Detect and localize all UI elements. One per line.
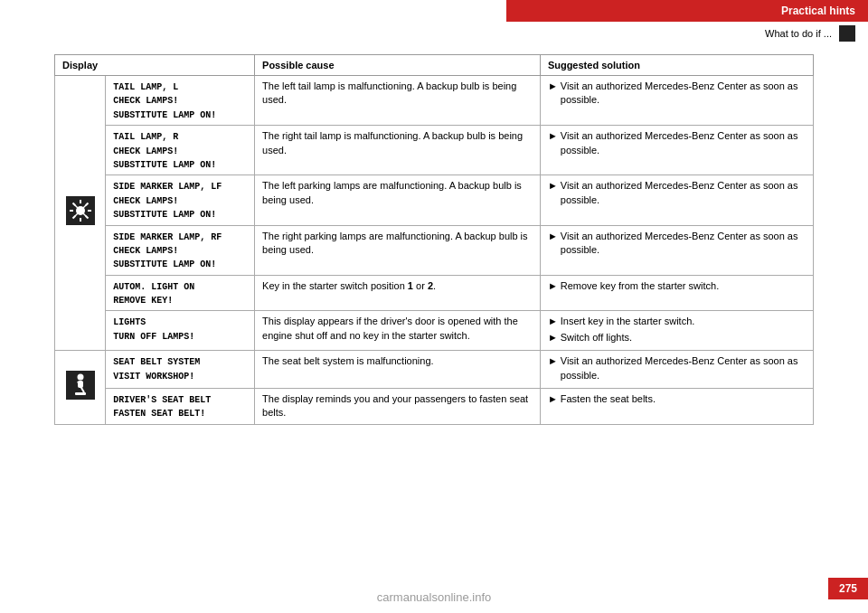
cause-cell: This display appears if the driver's doo… bbox=[255, 311, 541, 351]
solution-cell: ► Visit an authorized Mercedes-Benz Cent… bbox=[540, 76, 813, 126]
arrow-icon: ► bbox=[548, 331, 558, 344]
table-row: AUTOM. LIGHT ONREMOVE KEY! Key in the st… bbox=[55, 275, 814, 311]
solution-line: ► Visit an authorized Mercedes-Benz Cent… bbox=[548, 230, 806, 258]
display-code-cell: LIGHTSTURN OFF LAMPS! bbox=[106, 311, 255, 351]
cause-text: The display reminds you and your passeng… bbox=[262, 393, 528, 418]
cause-cell: Key in the starter switch position 1 or … bbox=[255, 275, 541, 311]
display-code-cell: SIDE MARKER LAMP, RFCHECK LAMPS!SUBSTITU… bbox=[106, 225, 255, 275]
solution-line: ► Visit an authorized Mercedes-Benz Cent… bbox=[548, 80, 806, 108]
what-to-do-label: What to do if ... bbox=[765, 28, 832, 39]
table-row: SEAT BELT SYSTEMVISIT WORKSHOP! The seat… bbox=[55, 351, 814, 389]
display-code-cell: DRIVER'S SEAT BELTFASTEN SEAT BELT! bbox=[106, 389, 255, 425]
arrow-icon: ► bbox=[548, 315, 558, 328]
cause-text: The left parking lamps are malfunctionin… bbox=[262, 180, 522, 204]
cause-text: Key in the starter switch position 1 or … bbox=[262, 280, 436, 291]
cause-text: The right tail lamp is malfunctioning. A… bbox=[262, 130, 523, 155]
seatbelt-warning-icon bbox=[66, 371, 95, 400]
page-number-text: 275 bbox=[839, 582, 857, 595]
display-code-cell: SIDE MARKER LAMP, LFCHECK LAMPS!SUBSTITU… bbox=[106, 175, 255, 225]
what-to-do-bar: What to do if ... bbox=[506, 22, 868, 45]
display-code-cell: TAIL LAMP, LCHECK LAMPS!SUBSTITUTE LAMP … bbox=[106, 76, 255, 126]
seatbelt-icon-cell bbox=[55, 351, 106, 425]
table-row: TAIL LAMP, RCHECK LAMPS!SUBSTITUTE LAMP … bbox=[55, 126, 814, 175]
cause-cell: The seat belt system is malfunctioning. bbox=[255, 351, 541, 389]
cause-text: This display appears if the driver's doo… bbox=[262, 316, 518, 340]
display-code-text: LIGHTSTURN OFF LAMPS! bbox=[113, 317, 194, 341]
solution-line: ► Visit an authorized Mercedes-Benz Cent… bbox=[548, 179, 806, 207]
arrow-icon: ► bbox=[548, 279, 558, 293]
svg-point-13 bbox=[77, 374, 83, 381]
display-code-cell: AUTOM. LIGHT ONREMOVE KEY! bbox=[106, 275, 255, 311]
solution-text: Visit an authorized Mercedes-Benz Center… bbox=[561, 129, 806, 157]
solution-line: ► Fasten the seat belts. bbox=[548, 392, 806, 406]
practical-hints-bar: Practical hints bbox=[506, 0, 868, 22]
watermark-text: carmanualsonline.info bbox=[377, 590, 491, 604]
display-code-cell: TAIL LAMP, RCHECK LAMPS!SUBSTITUTE LAMP … bbox=[106, 126, 255, 175]
display-code-text: SEAT BELT SYSTEMVISIT WORKSHOP! bbox=[113, 357, 200, 381]
table-row: SIDE MARKER LAMP, RFCHECK LAMPS!SUBSTITU… bbox=[55, 225, 814, 275]
cause-cell: The display reminds you and your passeng… bbox=[255, 389, 541, 425]
display-code-text: TAIL LAMP, LCHECK LAMPS!SUBSTITUTE LAMP … bbox=[113, 82, 216, 120]
solution-line: ► Visit an authorized Mercedes-Benz Cent… bbox=[548, 129, 806, 157]
display-code-text: SIDE MARKER LAMP, RFCHECK LAMPS!SUBSTITU… bbox=[113, 232, 222, 270]
display-code-text: SIDE MARKER LAMP, LFCHECK LAMPS!SUBSTITU… bbox=[113, 182, 222, 220]
col-header-solution: Suggested solution bbox=[540, 55, 813, 76]
page-number: 275 bbox=[828, 578, 868, 599]
arrow-icon: ► bbox=[548, 179, 558, 193]
display-code-text: AUTOM. LIGHT ONREMOVE KEY! bbox=[113, 282, 194, 306]
cause-cell: The left tail lamp is malfunctioning. A … bbox=[255, 76, 541, 126]
cause-text: The seat belt system is malfunctioning. bbox=[262, 355, 434, 366]
solution-cell: ► Visit an authorized Mercedes-Benz Cent… bbox=[540, 126, 813, 175]
cause-cell: The right tail lamp is malfunctioning. A… bbox=[255, 126, 541, 175]
main-content: Display Possible cause Suggested solutio… bbox=[54, 54, 814, 559]
solution-cell: ► Visit an authorized Mercedes-Benz Cent… bbox=[540, 351, 813, 389]
solution-cell: ► Visit an authorized Mercedes-Benz Cent… bbox=[540, 175, 813, 225]
cause-text: The right parking lamps are malfunctioni… bbox=[262, 231, 528, 255]
cause-cell: The right parking lamps are malfunctioni… bbox=[255, 225, 541, 275]
solution-text: Visit an authorized Mercedes-Benz Center… bbox=[561, 354, 806, 382]
arrow-icon: ► bbox=[548, 230, 558, 243]
table-header-row: Display Possible cause Suggested solutio… bbox=[55, 55, 814, 76]
display-code-cell: SEAT BELT SYSTEMVISIT WORKSHOP! bbox=[106, 351, 255, 389]
solution-text: Switch off lights. bbox=[561, 331, 632, 344]
solution-text: Visit an authorized Mercedes-Benz Center… bbox=[561, 230, 806, 258]
solution-cell: ► Fasten the seat belts. bbox=[540, 389, 813, 425]
header-area: Practical hints What to do if ... bbox=[506, 0, 868, 45]
solution-line: ► Insert key in the starter switch. bbox=[548, 315, 806, 328]
black-square-decoration bbox=[839, 25, 855, 42]
solution-text: Visit an authorized Mercedes-Benz Center… bbox=[561, 179, 806, 207]
solution-line: ► Remove key from the starter switch. bbox=[548, 279, 806, 293]
table-row: DRIVER'S SEAT BELTFASTEN SEAT BELT! The … bbox=[55, 389, 814, 425]
display-code-text: TAIL LAMP, RCHECK LAMPS!SUBSTITUTE LAMP … bbox=[113, 132, 216, 170]
table-row: SIDE MARKER LAMP, LFCHECK LAMPS!SUBSTITU… bbox=[55, 175, 814, 225]
lamp-warning-icon bbox=[66, 196, 95, 225]
svg-rect-16 bbox=[75, 392, 86, 395]
solution-text: Fasten the seat belts. bbox=[561, 392, 656, 406]
cause-text: The left tail lamp is malfunctioning. A … bbox=[262, 80, 516, 105]
solution-text: Remove key from the starter switch. bbox=[561, 279, 719, 293]
watermark: carmanualsonline.info bbox=[377, 590, 491, 604]
solution-cell: ► Visit an authorized Mercedes-Benz Cent… bbox=[540, 225, 813, 275]
display-code-text: DRIVER'S SEAT BELTFASTEN SEAT BELT! bbox=[113, 395, 211, 419]
table-row: LIGHTSTURN OFF LAMPS! This display appea… bbox=[55, 311, 814, 351]
practical-hints-label: Practical hints bbox=[781, 5, 855, 17]
lamp-icon-cell bbox=[55, 76, 106, 351]
solution-cell: ► Remove key from the starter switch. bbox=[540, 275, 813, 311]
solution-line: ► Switch off lights. bbox=[548, 331, 806, 344]
solution-cell: ► Insert key in the starter switch. ► Sw… bbox=[540, 311, 813, 351]
solution-line: ► Visit an authorized Mercedes-Benz Cent… bbox=[548, 354, 806, 382]
cause-cell: The left parking lamps are malfunctionin… bbox=[255, 175, 541, 225]
arrow-icon: ► bbox=[548, 129, 558, 143]
arrow-icon: ► bbox=[548, 80, 558, 93]
solution-text: Visit an authorized Mercedes-Benz Center… bbox=[561, 80, 806, 108]
arrow-icon: ► bbox=[548, 392, 558, 406]
hints-table: Display Possible cause Suggested solutio… bbox=[54, 54, 814, 425]
col-header-display: Display bbox=[55, 55, 255, 76]
col-header-cause: Possible cause bbox=[255, 55, 541, 76]
solution-text: Insert key in the starter switch. bbox=[561, 315, 695, 328]
arrow-icon: ► bbox=[548, 354, 558, 368]
table-row: TAIL LAMP, LCHECK LAMPS!SUBSTITUTE LAMP … bbox=[55, 76, 814, 126]
